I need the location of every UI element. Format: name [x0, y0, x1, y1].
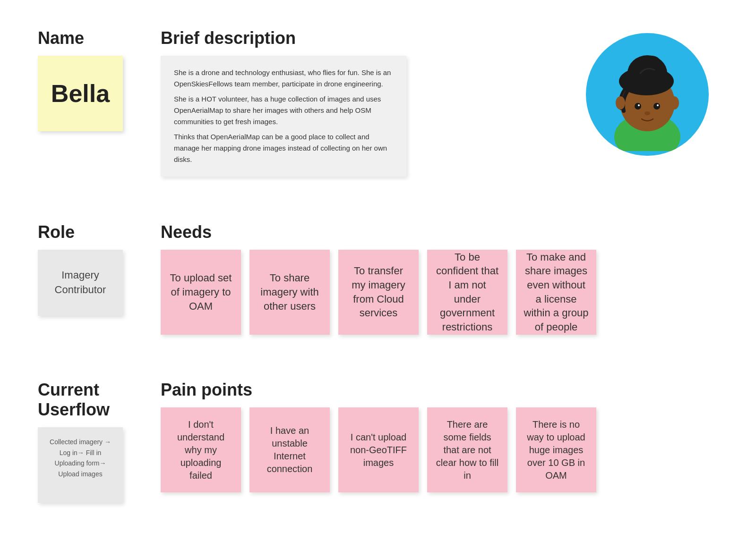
need-card-2: To transfer my imagery from Cloud servic…	[338, 250, 419, 335]
svg-point-6	[638, 104, 640, 106]
role-label: Role	[38, 222, 142, 242]
pain-card-1: I have an unstable Internet connection	[249, 407, 330, 492]
need-text-0: To upload set of imagery to OAM	[168, 271, 233, 313]
page-container: Name Bella Brief description She is a dr…	[0, 0, 756, 558]
needs-section: Needs To upload set of imagery to OAM To…	[161, 203, 718, 362]
pain-text-3: There are some fields that are not clear…	[435, 418, 500, 482]
pain-card-4: There is no way to upload huge images ov…	[516, 407, 596, 492]
svg-point-13	[641, 57, 662, 77]
need-card-0: To upload set of imagery to OAM	[161, 250, 241, 335]
pain-card-2: I can't upload non-GeoTIFF images	[338, 407, 419, 492]
svg-point-7	[653, 103, 660, 110]
need-card-3: To be confident that I am not under gove…	[427, 250, 507, 335]
pain-text-0: I don't understand why my uploading fail…	[168, 418, 233, 482]
avatar-section	[576, 28, 718, 203]
need-text-3: To be confident that I am not under gove…	[435, 250, 500, 334]
pain-text-4: There is no way to upload huge images ov…	[524, 418, 589, 482]
need-card-1: To share imagery with other users	[249, 250, 330, 335]
description-card: She is a drone and technology enthusiast…	[161, 56, 406, 177]
pain-text-1: I have an unstable Internet connection	[257, 424, 322, 475]
description-line-2: She is a HOT volunteer, has a huge colle…	[174, 93, 393, 127]
role-value: Imagery Contributor	[43, 268, 117, 297]
need-text-1: To share imagery with other users	[257, 271, 322, 313]
need-text-2: To transfer my imagery from Cloud servic…	[346, 264, 411, 320]
avatar	[586, 33, 709, 156]
userflow-text: Collected imagery → Log in→ Fill in Uplo…	[50, 438, 111, 477]
name-value: Bella	[51, 79, 110, 108]
description-line-1: She is a drone and technology enthusiast…	[174, 67, 393, 90]
pain-text-2: I can't upload non-GeoTIFF images	[346, 431, 411, 469]
avatar-svg	[591, 38, 704, 151]
description-section: Brief description She is a drone and tec…	[161, 28, 576, 203]
svg-point-11	[670, 96, 679, 110]
painpoints-section: Pain points I don't understand why my up…	[161, 361, 718, 530]
painpoints-label: Pain points	[161, 380, 718, 400]
needs-label: Needs	[161, 222, 718, 242]
name-card: Bella	[38, 56, 123, 131]
description-line-3: Thinks that OpenAerialMap can be a good …	[174, 131, 393, 165]
userflow-label: Current Userflow	[38, 380, 142, 420]
pain-grid: I don't understand why my uploading fail…	[161, 407, 718, 492]
pain-card-3: There are some fields that are not clear…	[427, 407, 507, 492]
userflow-section: Current Userflow Collected imagery → Log…	[38, 361, 161, 530]
role-card: Imagery Contributor	[38, 250, 123, 316]
svg-point-8	[657, 104, 659, 106]
name-label: Name	[38, 28, 142, 48]
userflow-card: Collected imagery → Log in→ Fill in Uplo…	[38, 427, 123, 503]
name-section: Name Bella	[38, 28, 161, 203]
svg-point-5	[635, 103, 641, 110]
need-text-4: To make and share images even without a …	[524, 250, 589, 334]
need-card-4: To make and share images even without a …	[516, 250, 596, 335]
pain-card-0: I don't understand why my uploading fail…	[161, 407, 241, 492]
svg-point-10	[616, 96, 625, 110]
needs-grid: To upload set of imagery to OAM To share…	[161, 250, 718, 335]
svg-point-9	[644, 111, 650, 115]
role-section: Role Imagery Contributor	[38, 203, 161, 362]
description-label: Brief description	[161, 28, 558, 48]
